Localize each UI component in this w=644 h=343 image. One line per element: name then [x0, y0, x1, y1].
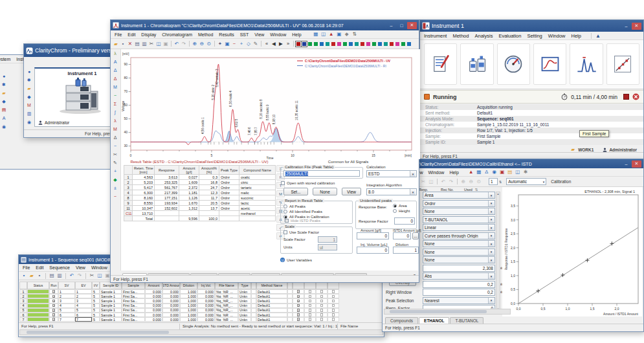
status-cell[interactable]	[27, 313, 49, 317]
checkbox-cell[interactable]: ✓	[293, 313, 304, 317]
tab-compounds[interactable]: Compounds	[385, 317, 418, 324]
scale-box-icon[interactable]: ▣	[224, 41, 230, 47]
marker-icon[interactable]: ◆	[111, 175, 120, 184]
single-analysis-button[interactable]	[533, 43, 566, 85]
menu-window[interactable]: Window	[548, 33, 566, 39]
tools-icon[interactable]: ✦	[217, 41, 223, 47]
multi-peak-icon[interactable]: M	[111, 83, 120, 91]
admin-badge[interactable]: Administrator	[603, 148, 637, 152]
shield-icon[interactable]: ◆	[25, 93, 34, 101]
integrate-icon[interactable]: ∫	[111, 108, 120, 116]
compare-icon[interactable]: ◫	[320, 31, 327, 38]
menu-analysis[interactable]: Analysis	[474, 33, 493, 39]
sequence-row-2[interactable]: 2✓225Sample 1First Sa...0,0000,0001,0000…	[19, 294, 339, 298]
instrument-close-button[interactable]: ✕	[632, 23, 641, 30]
result-col-Peak Type[interactable]: Peak Type	[219, 166, 239, 175]
undo-icon[interactable]: ↶	[440, 179, 447, 185]
next-chrom-icon[interactable]: ▶	[278, 41, 284, 47]
plus-icon[interactable]: +	[111, 167, 120, 175]
chromatogram-titlebar[interactable]: Instrument 1 - Chromatogram "C:\ClarityC…	[111, 20, 419, 30]
status-cell[interactable]	[27, 308, 49, 313]
units-input[interactable]: ul	[318, 244, 337, 250]
param-select-6[interactable]: None▾	[423, 240, 495, 247]
lambda2-icon[interactable]: λ	[111, 116, 120, 125]
mode-select[interactable]: Automatic▾	[506, 178, 546, 185]
zoom-out-icon[interactable]: ⊖	[468, 179, 474, 185]
pen2-icon[interactable]: ✎	[111, 159, 120, 167]
peak-icon[interactable]: ▲	[468, 169, 474, 175]
redo-icon[interactable]: ↷	[448, 179, 454, 185]
param-select-4[interactable]: Linear▾	[423, 224, 495, 231]
cut-icon[interactable]: ✂	[420, 179, 427, 185]
signal-color-square-10[interactable]	[355, 42, 359, 46]
close-file-icon[interactable]: ✕	[127, 41, 133, 47]
menu-edit[interactable]: Edit	[128, 32, 135, 37]
param-input-12[interactable]: 0,2	[423, 289, 495, 296]
cut-icon[interactable]: ✂	[89, 272, 95, 279]
axes-icon[interactable]: A	[111, 58, 120, 66]
result-row[interactable]: Total9,596100,0	[124, 216, 276, 221]
menu-method[interactable]: Method	[452, 33, 469, 39]
use-scale-factor-checkbox[interactable]: Use Scale Factor	[283, 230, 319, 234]
calibration-vscrollbar[interactable]: ▲▼	[496, 192, 500, 311]
user-icon[interactable]: ●	[25, 67, 34, 76]
param-select-1[interactable]: Ordnr▾	[423, 200, 495, 207]
open-icon[interactable]: ▰	[28, 272, 35, 279]
signal-color-square-0[interactable]	[296, 42, 300, 46]
sequence-row-7[interactable]: 7✓775Sample 1First Sa...0,0000,0001,0000…	[19, 317, 339, 322]
signal-color-square-4[interactable]	[320, 42, 324, 46]
response-factor-input[interactable]: 0	[394, 217, 415, 225]
more-button[interactable]: ...	[412, 232, 419, 239]
signal-color-square-9[interactable]	[349, 42, 353, 46]
result-row[interactable]: 98,550193,9341,67020,5Ordnrlactic	[124, 201, 276, 206]
save-icon[interactable]: ▪	[120, 41, 126, 47]
method-icon[interactable]: M	[25, 101, 34, 109]
signal-color-square-16[interactable]	[390, 42, 394, 46]
settings-gear-icon[interactable]: ✱	[0, 80, 8, 89]
wavelength-icon[interactable]: λ	[111, 49, 120, 58]
instrument-minimize-button[interactable]: –	[621, 23, 631, 30]
help-globe-icon[interactable]: ◉	[0, 122, 8, 131]
stop-button[interactable]	[623, 94, 629, 100]
info-icon[interactable]: ◉	[491, 169, 498, 175]
sequence-row-6[interactable]: 6✓665Sample 1First Sa...0,0000,0001,0000…	[19, 313, 339, 317]
pen-icon[interactable]: ✎	[252, 41, 259, 47]
seq-col-Run[interactable]: Run	[49, 282, 58, 289]
menu-file[interactable]: File	[23, 265, 30, 270]
set-button[interactable]: Set...	[283, 188, 308, 195]
result-col-Reten. Time[interactable]: Reten. Time[min]	[133, 166, 155, 175]
signal-color-square-8[interactable]	[343, 42, 347, 46]
cut-icon[interactable]: ✂	[148, 41, 155, 47]
signal-color-square-3[interactable]	[314, 42, 318, 46]
delta-icon[interactable]: Δ	[483, 169, 490, 175]
signal-color-square-12[interactable]	[366, 42, 370, 46]
checkbox-cell[interactable]: ✓	[293, 289, 304, 294]
chart-icon[interactable]: ▥	[25, 109, 34, 118]
param-select-7[interactable]: None▾	[423, 249, 495, 256]
calibration-close-button[interactable]: ✕	[632, 160, 641, 168]
login-user-icon[interactable]: ●	[0, 72, 8, 80]
response-base-area[interactable]: Area	[393, 204, 407, 208]
sequence-hscrollbar[interactable]	[19, 329, 383, 335]
chrom-minimize-button[interactable]: –	[386, 22, 396, 29]
menu-window[interactable]: Window	[270, 32, 286, 37]
param-select-13[interactable]: Nearest▾	[423, 297, 495, 304]
info-icon[interactable]: ◉	[25, 118, 34, 126]
sigma-icon[interactable]: Σ	[111, 100, 120, 108]
view-button[interactable]: View	[342, 188, 361, 195]
open-folder-icon[interactable]: ▰	[0, 89, 8, 97]
chrom-maximize-button[interactable]: □	[397, 22, 406, 29]
zoom-out-icon[interactable]: ⊖	[199, 41, 205, 47]
zoom-reset-icon[interactable]: ⊙	[476, 179, 482, 185]
menu-file[interactable]: File	[115, 32, 122, 37]
export-icon[interactable]: ◆	[344, 31, 350, 38]
menu-results[interactable]: Results	[219, 32, 234, 37]
param-select-2[interactable]: None▾	[423, 208, 495, 215]
menu-view[interactable]: View	[76, 265, 85, 270]
help-icon[interactable]: ✱	[522, 169, 529, 175]
peak-red-icon[interactable]: Δ	[111, 74, 120, 83]
tab-t-butanol[interactable]: T-BUTANOL	[450, 317, 483, 324]
zoom-reset-icon[interactable]: ⊙	[206, 41, 212, 47]
menu-chromatogram[interactable]: Chromatogram	[162, 32, 192, 37]
dilution-input[interactable]: 1	[393, 247, 419, 254]
